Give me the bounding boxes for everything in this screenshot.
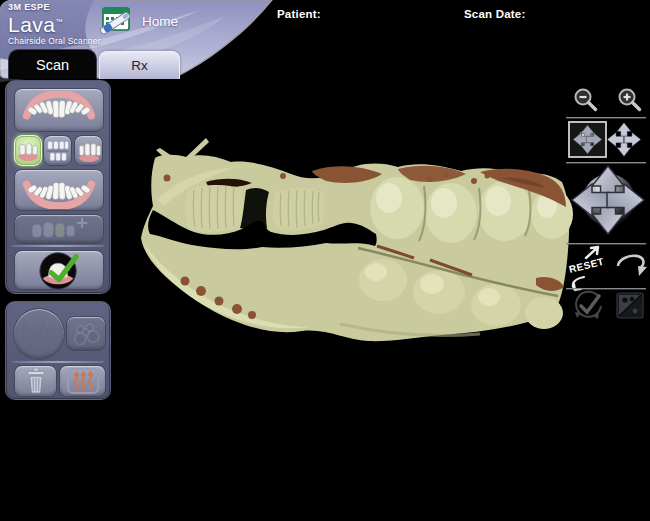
tab-scan-label: Scan: [36, 57, 69, 73]
rotate-mode-button[interactable]: [569, 122, 606, 157]
tooth-check-icon: [36, 248, 82, 292]
bite-registration-teeth-icon: [45, 138, 70, 164]
spin-arrowhead: [638, 266, 647, 276]
3d-model-viewport[interactable]: [130, 128, 595, 373]
zoom-out-button[interactable]: [576, 90, 596, 110]
spin-button[interactable]: [618, 256, 647, 276]
add-scan-teeth-plus-icon: [24, 217, 94, 241]
scanner-calendar-icon: [96, 4, 136, 38]
patient-label: Patient:: [277, 8, 321, 20]
scan-steps-panel: [5, 80, 111, 294]
divider: [12, 361, 104, 363]
brand-name: Lava™: [8, 14, 101, 35]
lower-arch-button[interactable]: [14, 169, 104, 211]
bite-registration-button[interactable]: [43, 135, 72, 166]
tab-scan[interactable]: Scan: [8, 49, 97, 79]
divider: [566, 162, 646, 163]
play-stop-icon: [19, 319, 59, 349]
home-label: Home: [142, 14, 178, 29]
delete-button[interactable]: [14, 365, 57, 397]
opposing-quadrant-teeth-icon: [77, 138, 101, 164]
upper-arch-teeth-icon: [18, 91, 100, 129]
app-window: 3M ESPE Lava™ Chairside Oral Scanner Hom…: [0, 0, 650, 521]
brand-logo: 3M ESPE Lava™ Chairside Oral Scanner: [8, 3, 101, 46]
add-scan-button: [14, 214, 104, 244]
divider: [566, 117, 646, 118]
pan-mode-button[interactable]: [607, 123, 641, 157]
view-controls: RESET: [560, 80, 650, 325]
brand-line1: 3M ESPE: [8, 3, 101, 12]
reset-button[interactable]: RESET: [568, 247, 605, 290]
zoom-in-button[interactable]: [620, 90, 640, 110]
binoculars-icon: [71, 322, 101, 346]
tab-rx-label: Rx: [131, 58, 148, 73]
trademark: ™: [56, 18, 64, 25]
home-button[interactable]: Home: [90, 3, 186, 39]
confirm-view-icon: [575, 292, 601, 319]
divider: [12, 245, 104, 247]
accept-scan-button[interactable]: [14, 250, 104, 290]
trackball-control[interactable]: [572, 166, 644, 234]
heat-button[interactable]: [59, 365, 106, 397]
trash-icon: [25, 368, 47, 394]
heat-waves-icon: [67, 368, 99, 394]
upper-arch-button[interactable]: [14, 88, 104, 132]
divider: [566, 243, 646, 244]
review-button: [66, 316, 106, 351]
divider: [566, 288, 646, 289]
brand-line3: Chairside Oral Scanner: [8, 37, 101, 46]
lower-arch-teeth-icon: [18, 171, 100, 209]
opposing-quadrant-button[interactable]: [74, 135, 103, 166]
render-mode-icon: [617, 293, 643, 318]
tab-rx[interactable]: Rx: [99, 51, 180, 79]
prep-quadrant-button[interactable]: [14, 135, 42, 166]
scan-date-label: Scan Date:: [464, 8, 525, 20]
play-stop-button: [13, 308, 65, 360]
scan-tools-panel: [5, 301, 111, 400]
prep-quadrant-teeth-icon: [16, 138, 40, 164]
